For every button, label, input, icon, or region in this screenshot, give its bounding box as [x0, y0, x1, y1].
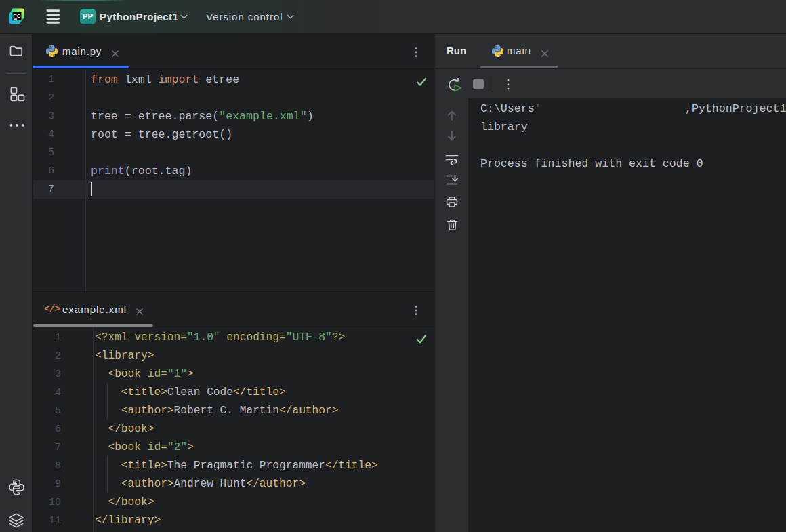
svg-text:PC: PC — [13, 13, 21, 19]
